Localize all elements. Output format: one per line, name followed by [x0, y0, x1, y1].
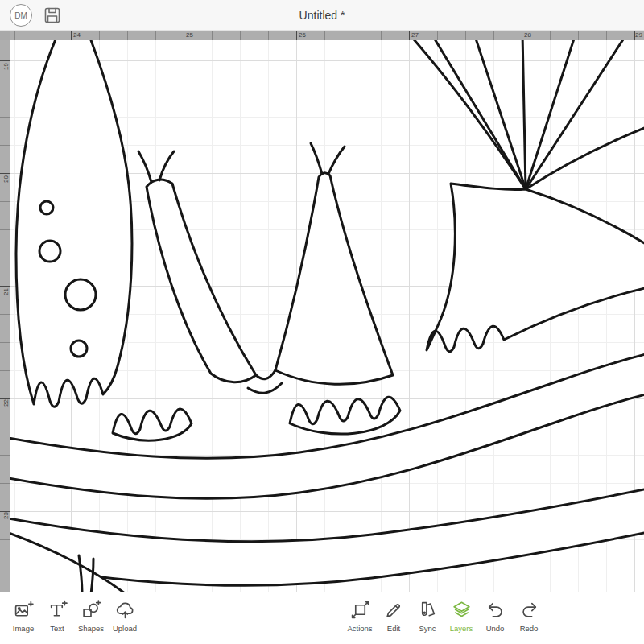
canvas-artwork[interactable] [10, 40, 644, 592]
ruler-label: 22 [2, 398, 10, 408]
ruler-label: 26 [299, 31, 306, 39]
bottom-toolbar: Image Text Shapes Upload [0, 592, 644, 644]
top-bar: DM Untitled * [0, 0, 644, 31]
layers-button[interactable]: Layers [444, 592, 478, 633]
horizontal-ruler: 24 25 26 27 28 29 [10, 31, 644, 40]
text-label: Text [50, 624, 64, 633]
ruler-label: 29 [635, 31, 642, 39]
document-title: Untitled * [0, 0, 644, 31]
insert-tools-group: Image Text Shapes Upload [6, 592, 142, 644]
layers-label: Layers [450, 624, 473, 633]
edit-button[interactable]: Edit [377, 592, 411, 633]
actions-button[interactable]: Actions [343, 592, 377, 633]
edit-tools-group: Actions Edit Sync La [343, 592, 546, 644]
ruler-label: 28 [524, 31, 531, 39]
transform-icon [350, 600, 370, 622]
redo-label: Redo [520, 624, 539, 633]
actions-label: Actions [347, 624, 372, 633]
ruler-label: 27 [411, 31, 419, 39]
ruler-label: 19 [2, 62, 10, 72]
ruler-label: 20 [2, 175, 10, 184]
text-button[interactable]: Text [40, 592, 74, 633]
image-plus-icon [14, 600, 34, 622]
upload-button[interactable]: Upload [108, 592, 142, 633]
shapes-plus-icon [81, 600, 101, 622]
shapes-label: Shapes [78, 624, 104, 633]
redo-button[interactable]: Redo [512, 592, 546, 633]
image-label: Image [13, 624, 34, 633]
ruler-label: 23 [2, 511, 10, 521]
vertical-ruler: 19 20 21 22 23 [0, 40, 10, 592]
shapes-button[interactable]: Shapes [74, 592, 108, 633]
ruler-label: 24 [73, 31, 80, 39]
edit-label: Edit [387, 624, 400, 633]
ruler-corner [0, 31, 10, 40]
design-canvas[interactable] [10, 40, 644, 592]
layers-icon [452, 600, 472, 622]
undo-button[interactable]: Undo [478, 592, 512, 633]
upload-label: Upload [113, 624, 137, 633]
ruler-label: 21 [2, 287, 10, 297]
pencil-icon [384, 600, 404, 622]
color-swatch-icon [418, 600, 438, 622]
sync-button[interactable]: Sync [411, 592, 444, 633]
upload-cloud-icon [115, 600, 135, 622]
redo-arrow-icon [519, 600, 539, 622]
ruler-label: 25 [186, 31, 193, 39]
sync-label: Sync [419, 624, 436, 633]
text-plus-icon [47, 600, 68, 622]
image-button[interactable]: Image [6, 592, 40, 633]
undo-label: Undo [486, 624, 505, 633]
undo-arrow-icon [485, 600, 506, 622]
